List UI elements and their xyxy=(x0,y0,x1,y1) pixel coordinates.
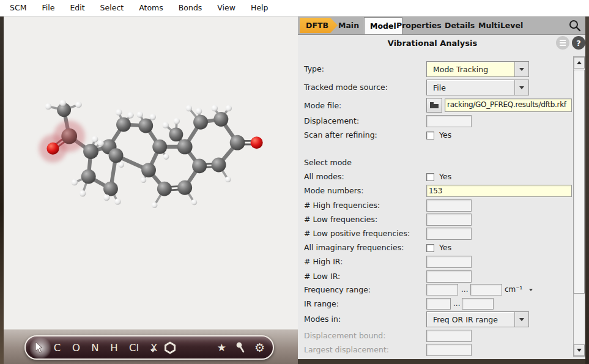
tab-details[interactable]: Details xyxy=(445,17,475,34)
atom-C[interactable] xyxy=(157,182,172,196)
chevron-down-icon[interactable] xyxy=(514,62,528,76)
tab-main[interactable]: Main xyxy=(338,17,359,34)
atom-H[interactable] xyxy=(136,111,143,118)
low-ir-input[interactable] xyxy=(426,270,472,283)
atom-H[interactable] xyxy=(152,202,158,209)
atom-O[interactable] xyxy=(251,136,263,149)
ir-range-to-input[interactable] xyxy=(462,298,494,310)
atom-C[interactable] xyxy=(177,180,192,195)
atom-C[interactable] xyxy=(152,139,167,154)
scroll-up-button[interactable] xyxy=(574,57,585,69)
atom-H[interactable] xyxy=(196,108,202,114)
atom-C[interactable] xyxy=(213,112,228,127)
atom-H[interactable] xyxy=(212,105,218,112)
all-modes-checkbox[interactable] xyxy=(426,173,434,181)
menu-file[interactable]: File xyxy=(38,0,58,16)
tab-dftb[interactable]: DFTB xyxy=(300,18,338,33)
menu-edit[interactable]: Edit xyxy=(66,0,88,16)
atom-H[interactable] xyxy=(149,114,156,121)
menu-select[interactable]: Select xyxy=(97,0,128,16)
element-button-c[interactable]: C xyxy=(53,342,61,354)
ir-range-from-input[interactable] xyxy=(426,298,451,310)
low-frequencies-input[interactable] xyxy=(426,214,472,226)
high-frequencies-input[interactable] xyxy=(426,199,472,212)
atom-C[interactable] xyxy=(193,115,208,130)
mode-numbers-input[interactable]: 153 xyxy=(426,185,572,197)
modes-in-dropdown[interactable]: Freq OR IR range xyxy=(426,311,529,327)
atom-C[interactable] xyxy=(138,119,153,133)
atom-Cs[interactable] xyxy=(61,128,77,144)
element-button-o[interactable]: O xyxy=(72,342,80,354)
atom-C[interactable] xyxy=(230,135,245,150)
chevron-down-icon[interactable] xyxy=(150,349,155,352)
browse-file-button[interactable] xyxy=(426,98,442,113)
molecule-canvas[interactable] xyxy=(0,17,298,364)
atom-H[interactable] xyxy=(186,105,193,112)
high-ir-input[interactable] xyxy=(426,256,472,268)
atom-H[interactable] xyxy=(75,102,82,108)
menu-view[interactable]: View xyxy=(213,0,239,16)
atom-H[interactable] xyxy=(163,154,169,160)
atom-H[interactable] xyxy=(116,109,122,116)
atom-O[interactable] xyxy=(46,143,59,155)
atom-H[interactable] xyxy=(118,162,124,168)
atom-C[interactable] xyxy=(177,139,193,154)
wand-icon[interactable] xyxy=(235,336,245,358)
atom-C[interactable] xyxy=(192,158,207,173)
atom-C[interactable] xyxy=(81,169,96,184)
menu-bonds[interactable]: Bonds xyxy=(175,0,206,16)
element-button-n[interactable]: N xyxy=(91,342,99,354)
type-dropdown[interactable]: Mode Tracking xyxy=(426,61,529,77)
pointer-tool-button[interactable] xyxy=(34,336,43,358)
atom-C[interactable] xyxy=(141,163,156,177)
atom-H[interactable] xyxy=(226,105,232,112)
atom-H[interactable] xyxy=(114,198,121,205)
element-button-cl[interactable]: Cl xyxy=(129,342,139,354)
atom-C[interactable] xyxy=(109,148,124,163)
scan-after-refining-checkbox[interactable] xyxy=(426,132,434,139)
molecule-viewport[interactable]: C O N H Cl X ★ ⚙ xyxy=(0,17,298,364)
all-imaginary-frequencies-checkbox[interactable] xyxy=(426,244,434,252)
scrollbar-thumb[interactable] xyxy=(574,70,585,294)
panel-scrollbar[interactable] xyxy=(573,56,585,357)
help-button[interactable]: ? xyxy=(572,36,585,50)
atom-C[interactable] xyxy=(103,182,118,196)
panel-menu-button[interactable] xyxy=(556,36,569,50)
atom-C[interactable] xyxy=(212,158,226,173)
atom-H[interactable] xyxy=(59,100,66,106)
atom-H[interactable] xyxy=(127,112,134,119)
displacement-input[interactable] xyxy=(426,115,472,127)
atom-H[interactable] xyxy=(92,136,98,143)
star-icon[interactable]: ★ xyxy=(217,336,226,358)
search-button[interactable] xyxy=(568,18,582,33)
frequency-range-from-input[interactable] xyxy=(426,284,458,295)
displacement-bound-input[interactable] xyxy=(426,330,472,342)
atom-H[interactable] xyxy=(80,190,86,197)
atom-H[interactable] xyxy=(162,122,169,128)
ring-tool-button[interactable] xyxy=(164,336,176,358)
atom-H[interactable] xyxy=(97,140,104,147)
low-positive-frequencies-input[interactable] xyxy=(426,228,472,240)
menu-scm[interactable]: SCM xyxy=(6,0,30,16)
atom-H[interactable] xyxy=(141,177,147,184)
menu-help[interactable]: Help xyxy=(247,0,272,16)
atom-C[interactable] xyxy=(83,144,98,159)
gear-icon[interactable]: ⚙ xyxy=(254,336,265,358)
atom-C[interactable] xyxy=(116,117,131,132)
atom-H[interactable] xyxy=(225,177,231,183)
tab-multilevel[interactable]: MultiLevel xyxy=(478,17,523,34)
chevron-down-icon[interactable] xyxy=(514,80,528,95)
atom-C[interactable] xyxy=(169,127,183,141)
largest-displacement-input[interactable] xyxy=(426,344,472,356)
unit-chevron-down-icon[interactable] xyxy=(529,289,533,291)
tracked-mode-source-dropdown[interactable]: File xyxy=(426,80,529,95)
atom-H[interactable] xyxy=(103,195,110,201)
atom-H[interactable] xyxy=(45,103,52,110)
menu-atoms[interactable]: Atoms xyxy=(135,0,167,16)
mode-file-input[interactable]: racking/GO_PFREQ.results/dftb.rkf xyxy=(445,98,572,112)
frequency-range-to-input[interactable] xyxy=(470,284,502,295)
chevron-down-icon[interactable] xyxy=(514,312,528,327)
tab-properties[interactable]: Properties xyxy=(396,17,442,34)
atom-H[interactable] xyxy=(191,199,198,206)
element-button-h[interactable]: H xyxy=(110,342,118,354)
